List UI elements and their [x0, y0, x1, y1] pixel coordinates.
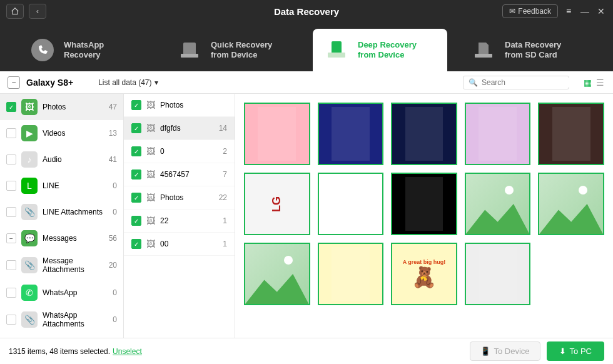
thumbnail-item[interactable]: LG — [244, 173, 310, 235]
thumbnail-item[interactable] — [318, 173, 384, 235]
thumbnail-item[interactable] — [465, 173, 531, 235]
search-box[interactable]: 🔍 — [463, 76, 569, 89]
category-checkbox[interactable] — [6, 260, 16, 270]
thumbnail-item[interactable] — [391, 103, 457, 165]
feedback-button[interactable]: ✉ Feedback — [502, 4, 558, 18]
category-label: LINE Attachments — [43, 208, 108, 216]
category-label: Audio — [43, 155, 104, 164]
category-checkbox[interactable] — [6, 181, 16, 191]
button-label: To Device — [494, 346, 530, 356]
category-item[interactable]: 📎WhatsApp Attachments0 — [0, 306, 123, 334]
image-icon: 🖼 — [146, 169, 155, 179]
menu-button[interactable]: ≡ — [563, 6, 574, 17]
thumbnail-item[interactable] — [465, 103, 531, 165]
image-icon: 🖼 — [146, 123, 155, 133]
thumbnail-item[interactable] — [318, 243, 384, 305]
minimize-button[interactable]: — — [579, 6, 590, 17]
category-checkbox[interactable]: − — [6, 233, 16, 243]
folder-item[interactable]: ✓🖼221 — [124, 210, 235, 233]
category-checkbox[interactable]: ✓ — [6, 102, 16, 112]
category-item[interactable]: 📎Message Attachments20 — [0, 251, 123, 280]
folder-item[interactable]: ✓🖼45674577 — [124, 163, 235, 186]
tab-label: from SD Card — [505, 50, 561, 60]
category-icon: ♪ — [21, 151, 38, 168]
folder-count: 14 — [219, 124, 227, 133]
unselect-link[interactable]: Unselect — [113, 347, 142, 356]
thumbnail-item[interactable] — [538, 173, 604, 235]
category-item[interactable]: ✓🖼Photos47 — [0, 94, 123, 120]
category-item[interactable]: 📎LINE Attachments0 — [0, 199, 123, 225]
folder-checkbox[interactable]: ✓ — [131, 169, 141, 179]
category-count: 41 — [109, 155, 117, 164]
category-item[interactable]: −💬Messages56 — [0, 225, 123, 251]
category-checkbox[interactable] — [6, 288, 16, 298]
folder-item[interactable]: ✓🖼001 — [124, 233, 235, 256]
thumbnail-item[interactable] — [391, 173, 457, 235]
category-item[interactable]: ▶Videos13 — [0, 120, 123, 146]
back-button[interactable]: ‹ — [29, 4, 46, 19]
to-device-button[interactable]: 📱 To Device — [470, 341, 540, 361]
thumbnail-item[interactable] — [244, 103, 310, 165]
folder-label: 0 — [160, 147, 218, 156]
thumbnail-item[interactable] — [538, 103, 604, 165]
placeholder-icon — [245, 244, 309, 304]
tab-whatsapp-recovery[interactable]: WhatsAppRecovery — [19, 29, 153, 71]
folder-checkbox[interactable]: ✓ — [131, 239, 141, 249]
folder-item[interactable]: ✓🖼Photos — [124, 94, 235, 117]
category-item[interactable]: LLINE0 — [0, 173, 123, 199]
feedback-label: Feedback — [518, 7, 551, 16]
mode-tabs: WhatsAppRecovery Quick Recoveryfrom Devi… — [0, 23, 613, 71]
folder-checkbox[interactable]: ✓ — [131, 123, 141, 133]
thumbnail-item[interactable] — [318, 103, 384, 165]
close-button[interactable]: ✕ — [595, 6, 607, 17]
tab-quick-recovery[interactable]: Quick Recoveryfrom Device — [166, 29, 300, 71]
device-icon: 📱 — [480, 346, 490, 356]
folder-checkbox[interactable]: ✓ — [131, 193, 141, 203]
thumbnail-content — [405, 177, 443, 231]
image-icon: 🖼 — [146, 216, 155, 226]
tab-deep-recovery[interactable]: Deep Recoveryfrom Device — [313, 29, 447, 71]
category-count: 47 — [109, 103, 117, 111]
image-icon: 🖼 — [146, 239, 155, 249]
tab-sd-recovery[interactable]: Data Recoveryfrom SD Card — [460, 29, 594, 71]
folder-item[interactable]: ✓🖼Photos22 — [124, 186, 235, 210]
folder-item[interactable]: ✓🖼02 — [124, 140, 235, 163]
tab-label: from Device — [358, 50, 417, 60]
category-checkbox[interactable] — [6, 128, 16, 138]
to-pc-button[interactable]: ⬇ To PC — [547, 341, 604, 361]
thumbnail-content — [405, 107, 443, 161]
folder-checkbox[interactable]: ✓ — [131, 100, 141, 110]
category-checkbox[interactable] — [6, 207, 16, 217]
app-title: Data Recovery — [274, 6, 339, 17]
svg-point-0 — [31, 39, 54, 61]
category-label: Messages — [43, 234, 104, 243]
thumbnail-item[interactable]: A great big hug!🧸 — [391, 243, 457, 305]
search-input[interactable] — [482, 78, 575, 87]
category-item[interactable]: ✆WhatsApp0 — [0, 280, 123, 306]
folder-label: 4567457 — [160, 170, 218, 179]
tab-label: Quick Recovery — [211, 40, 272, 50]
tab-label: from Device — [211, 50, 272, 60]
thumbnail-item[interactable] — [244, 243, 310, 305]
thumbnail-item[interactable] — [465, 243, 531, 305]
list-view-button[interactable]: ☰ — [594, 77, 605, 88]
folder-checkbox[interactable]: ✓ — [131, 216, 141, 226]
thumbnail-grid-area: LGA great big hug!🧸 — [235, 94, 613, 338]
folder-count: 22 — [219, 193, 227, 202]
download-icon: ⬇ — [559, 346, 566, 356]
folder-checkbox[interactable]: ✓ — [131, 146, 141, 156]
category-count: 0 — [113, 181, 117, 190]
filter-dropdown[interactable]: List all data (47) ▾ — [98, 78, 158, 87]
folder-count: 7 — [223, 170, 227, 179]
category-item[interactable]: ♪Audio41 — [0, 146, 123, 173]
thumbnail-content — [332, 247, 370, 301]
category-label: WhatsApp Attachments — [43, 311, 108, 329]
device-select-toggle[interactable]: − — [8, 76, 20, 89]
category-label: LINE — [43, 181, 108, 190]
home-button[interactable] — [6, 4, 24, 19]
category-checkbox[interactable] — [6, 154, 16, 164]
folder-item[interactable]: ✓🖼dfgfds14 — [124, 117, 235, 140]
category-checkbox[interactable] — [6, 315, 16, 325]
folder-label: 22 — [160, 216, 218, 225]
grid-view-button[interactable]: ▦ — [582, 77, 593, 88]
